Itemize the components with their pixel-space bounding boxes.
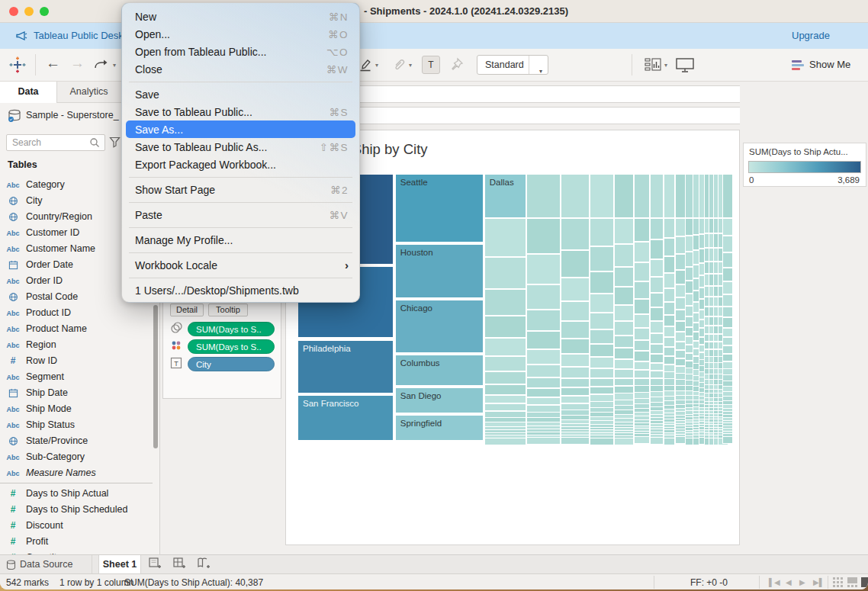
presentation-mode-icon[interactable] bbox=[676, 58, 694, 72]
menu-item-save-to-tableau-public[interactable]: Save to Tableau Public...⌘S bbox=[122, 103, 359, 120]
close-window-button[interactable] bbox=[9, 7, 18, 16]
redo-button[interactable]: → bbox=[70, 55, 85, 72]
treemap-cell[interactable] bbox=[664, 326, 675, 337]
field-profit[interactable]: #Profit bbox=[0, 533, 153, 549]
treemap-cell[interactable] bbox=[650, 277, 664, 293]
treemap-cell[interactable] bbox=[664, 365, 675, 372]
treemap-cell[interactable] bbox=[722, 236, 733, 252]
treemap-cell[interactable] bbox=[634, 340, 651, 352]
treemap-cell[interactable] bbox=[634, 361, 651, 371]
treemap-cell[interactable] bbox=[634, 351, 651, 361]
field-ship-mode[interactable]: AbcShip Mode bbox=[0, 400, 153, 416]
treemap-cell[interactable] bbox=[722, 294, 733, 307]
treemap-cell[interactable] bbox=[590, 438, 613, 445]
treemap-cell[interactable] bbox=[634, 262, 651, 281]
treemap-cell[interactable] bbox=[590, 313, 613, 329]
undo-button[interactable]: ← bbox=[46, 55, 60, 72]
menu-item-paste[interactable]: Paste⌘V bbox=[122, 206, 359, 223]
menu-item-open[interactable]: Open...⌘O bbox=[122, 25, 359, 43]
new-story-button[interactable] bbox=[194, 557, 214, 573]
treemap-cell[interactable] bbox=[664, 238, 675, 256]
tab-analytics[interactable]: Analytics bbox=[56, 82, 121, 103]
treemap-cell[interactable] bbox=[664, 256, 675, 273]
treemap-cell[interactable] bbox=[650, 437, 664, 445]
treemap-cell[interactable] bbox=[634, 218, 651, 242]
treemap-cell[interactable] bbox=[484, 395, 526, 403]
treemap-cell[interactable] bbox=[722, 281, 733, 294]
field-product-name[interactable]: AbcProduct Name bbox=[0, 320, 153, 336]
treemap-cell[interactable] bbox=[614, 174, 634, 218]
treemap-cell[interactable] bbox=[614, 321, 634, 336]
treemap-cell[interactable] bbox=[664, 174, 675, 218]
treemap-cell[interactable] bbox=[650, 371, 664, 378]
treemap-cell[interactable] bbox=[650, 307, 664, 320]
treemap-cell[interactable] bbox=[484, 356, 526, 371]
show-me-button[interactable]: Show Me bbox=[809, 59, 850, 70]
treemap-cell[interactable] bbox=[484, 257, 526, 289]
field-days-to-ship-actual[interactable]: #Days to Ship Actual bbox=[0, 485, 153, 501]
menu-item-export-packaged-workbook[interactable]: Export Packaged Workbook... bbox=[122, 156, 359, 173]
treemap-cell-columbus[interactable]: Columbus bbox=[395, 355, 484, 386]
field-discount[interactable]: #Discount bbox=[0, 517, 153, 533]
refresh-caret-icon[interactable]: ▾ bbox=[113, 62, 116, 69]
menu-item-save-as[interactable]: Save As... bbox=[126, 120, 355, 138]
treemap-cell[interactable] bbox=[664, 438, 675, 445]
treemap-cell[interactable] bbox=[634, 299, 651, 314]
treemap-cell[interactable] bbox=[722, 307, 733, 318]
treemap-cell[interactable] bbox=[650, 174, 664, 218]
treemap-cell[interactable] bbox=[650, 354, 664, 363]
treemap-cell[interactable] bbox=[561, 174, 590, 218]
menu-item-manage-my-profile[interactable]: Manage My Profile... bbox=[122, 231, 359, 249]
menu-item-1-users-desktop-shipments-twb[interactable]: 1 Users/.../Desktop/Shipments.twb bbox=[122, 281, 359, 299]
treemap-cell[interactable] bbox=[590, 378, 613, 387]
treemap-cell[interactable] bbox=[650, 344, 664, 354]
treemap-cell[interactable] bbox=[614, 244, 634, 267]
treemap-cell[interactable] bbox=[614, 287, 634, 305]
treemap-cell[interactable] bbox=[590, 329, 613, 344]
treemap-cell[interactable] bbox=[614, 336, 634, 348]
menu-item-save-to-tableau-public-as[interactable]: Save to Tableau Public As...⇧⌘S bbox=[122, 138, 359, 156]
prev-sheet-icon[interactable]: ◀ bbox=[786, 578, 792, 586]
treemap-cell[interactable] bbox=[722, 328, 733, 337]
treemap-cell[interactable] bbox=[561, 339, 590, 354]
treemap-cell[interactable] bbox=[664, 347, 675, 356]
treemap-cell[interactable] bbox=[590, 357, 613, 368]
show-cards-caret-icon[interactable]: ▾ bbox=[664, 62, 667, 69]
treemap-cell[interactable] bbox=[526, 254, 561, 284]
color-legend-card[interactable]: SUM(Days to Ship Actu... 0 3,689 bbox=[743, 143, 866, 187]
treemap-cell[interactable] bbox=[561, 437, 590, 445]
field-ship-status[interactable]: AbcShip Status bbox=[0, 416, 153, 432]
paperclip-caret-icon[interactable]: ▾ bbox=[409, 62, 412, 69]
field-region[interactable]: AbcRegion bbox=[0, 336, 153, 352]
menu-item-new[interactable]: New⌘N bbox=[122, 8, 359, 25]
treemap-cell[interactable] bbox=[484, 438, 526, 445]
menu-item-workbook-locale[interactable]: Workbook Locale› bbox=[122, 256, 359, 274]
pill-sum-days-to-s-1[interactable]: SUM(Days to S.. bbox=[188, 339, 275, 354]
show-filmstrip-icon[interactable] bbox=[847, 577, 857, 587]
menu-item-close[interactable]: Close⌘W bbox=[122, 60, 359, 78]
treemap-cell[interactable] bbox=[484, 316, 526, 338]
treemap-cell-dallas[interactable]: Dallas bbox=[484, 174, 526, 218]
detail-button[interactable]: Detail bbox=[170, 304, 204, 316]
treemap-cell[interactable] bbox=[722, 252, 733, 268]
field-ship-date[interactable]: Ship Date bbox=[0, 384, 153, 400]
field-sub-category[interactable]: AbcSub-Category bbox=[0, 448, 153, 464]
next-sheet-icon[interactable]: ▶ bbox=[799, 578, 805, 586]
treemap-cell[interactable] bbox=[484, 384, 526, 395]
treemap-cell[interactable] bbox=[590, 174, 613, 218]
sidebar-scrollbar[interactable] bbox=[153, 305, 158, 448]
treemap-cell[interactable] bbox=[634, 281, 651, 298]
color-icon[interactable] bbox=[170, 339, 182, 352]
treemap-cell-seattle[interactable]: Seattle bbox=[395, 174, 484, 243]
paperclip-icon[interactable] bbox=[392, 57, 406, 72]
treemap-cell[interactable] bbox=[614, 438, 634, 445]
new-worksheet-button[interactable] bbox=[145, 557, 165, 573]
treemap-cell[interactable] bbox=[561, 218, 590, 250]
treemap-cell[interactable] bbox=[614, 267, 634, 287]
treemap-cell[interactable] bbox=[634, 436, 651, 444]
treemap-cell[interactable] bbox=[722, 436, 733, 444]
treemap-cell[interactable] bbox=[650, 239, 664, 259]
show-cards-icon[interactable] bbox=[645, 58, 661, 72]
treemap-cell[interactable] bbox=[590, 271, 613, 294]
text-icon[interactable]: T bbox=[170, 357, 182, 369]
